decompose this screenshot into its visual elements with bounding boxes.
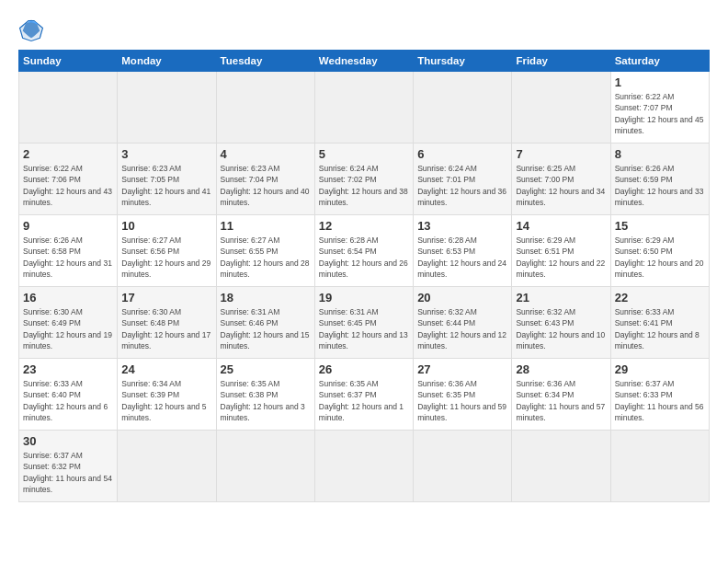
calendar-cell [118,431,216,502]
calendar-cell: 30Sunrise: 6:37 AMSunset: 6:32 PMDayligh… [19,431,118,502]
day-info: Sunrise: 6:28 AMSunset: 6:54 PMDaylight:… [319,235,409,280]
day-number: 19 [319,291,409,304]
calendar-cell: 29Sunrise: 6:37 AMSunset: 6:33 PMDayligh… [610,359,709,431]
weekday-header-row: SundayMondayTuesdayWednesdayThursdayFrid… [19,51,710,72]
calendar-cell [314,431,413,502]
calendar-cell: 20Sunrise: 6:32 AMSunset: 6:44 PMDayligh… [414,287,512,359]
calendar-cell: 11Sunrise: 6:27 AMSunset: 6:55 PMDayligh… [216,215,314,287]
calendar-cell: 3Sunrise: 6:23 AMSunset: 7:05 PMDaylight… [118,144,216,215]
day-info: Sunrise: 6:30 AMSunset: 6:49 PMDaylight:… [23,306,113,351]
calendar-cell: 19Sunrise: 6:31 AMSunset: 6:45 PMDayligh… [314,287,413,359]
day-info: Sunrise: 6:37 AMSunset: 6:32 PMDaylight:… [23,450,113,495]
day-number: 10 [121,219,211,233]
day-number: 15 [615,219,705,233]
day-number: 22 [615,291,705,304]
day-number: 14 [516,219,606,233]
day-number: 12 [319,219,409,233]
calendar-cell: 6Sunrise: 6:24 AMSunset: 7:01 PMDaylight… [414,144,512,215]
day-info: Sunrise: 6:29 AMSunset: 6:51 PMDaylight:… [516,235,606,280]
day-number: 17 [121,291,211,304]
day-number: 24 [121,362,211,376]
day-number: 5 [319,147,409,161]
day-number: 29 [615,362,705,376]
day-info: Sunrise: 6:32 AMSunset: 6:44 PMDaylight:… [417,306,507,351]
calendar-cell [610,431,709,502]
calendar-cell: 23Sunrise: 6:33 AMSunset: 6:40 PMDayligh… [19,359,118,431]
calendar-cell: 2Sunrise: 6:22 AMSunset: 7:06 PMDaylight… [19,144,118,215]
day-info: Sunrise: 6:31 AMSunset: 6:45 PMDaylight:… [319,306,409,351]
calendar-table: SundayMondayTuesdayWednesdayThursdayFrid… [18,50,710,502]
day-info: Sunrise: 6:33 AMSunset: 6:40 PMDaylight:… [23,378,113,423]
calendar-cell [414,431,512,502]
day-info: Sunrise: 6:27 AMSunset: 6:56 PMDaylight:… [121,235,211,280]
day-info: Sunrise: 6:26 AMSunset: 6:59 PMDaylight:… [615,163,705,208]
calendar-cell: 18Sunrise: 6:31 AMSunset: 6:46 PMDayligh… [216,287,314,359]
calendar-week-row: 16Sunrise: 6:30 AMSunset: 6:49 PMDayligh… [19,287,710,359]
day-info: Sunrise: 6:24 AMSunset: 7:02 PMDaylight:… [319,163,409,208]
calendar-cell [414,72,512,144]
weekday-header-thursday: Thursday [414,51,512,72]
calendar-cell [512,72,610,144]
day-number: 25 [221,362,311,376]
calendar-cell: 22Sunrise: 6:33 AMSunset: 6:41 PMDayligh… [610,287,709,359]
calendar-cell: 5Sunrise: 6:24 AMSunset: 7:02 PMDaylight… [314,144,413,215]
calendar-week-row: 1Sunrise: 6:22 AMSunset: 7:07 PMDaylight… [19,72,710,144]
weekday-header-wednesday: Wednesday [314,51,413,72]
day-number: 8 [615,147,705,161]
calendar-cell [19,72,118,144]
day-info: Sunrise: 6:26 AMSunset: 6:58 PMDaylight:… [23,235,113,280]
day-number: 13 [417,219,507,233]
day-info: Sunrise: 6:35 AMSunset: 6:38 PMDaylight:… [221,378,311,423]
calendar-cell [512,431,610,502]
day-number: 21 [516,291,606,304]
calendar-cell [314,72,413,144]
calendar-week-row: 9Sunrise: 6:26 AMSunset: 6:58 PMDaylight… [19,215,710,287]
calendar-cell [118,72,216,144]
day-number: 27 [417,362,507,376]
day-number: 11 [221,219,311,233]
day-info: Sunrise: 6:27 AMSunset: 6:55 PMDaylight:… [221,235,311,280]
weekday-header-sunday: Sunday [19,51,118,72]
day-number: 2 [23,147,113,161]
day-number: 18 [221,291,311,304]
day-number: 28 [516,362,606,376]
calendar-cell: 21Sunrise: 6:32 AMSunset: 6:43 PMDayligh… [512,287,610,359]
calendar-cell: 27Sunrise: 6:36 AMSunset: 6:35 PMDayligh… [414,359,512,431]
calendar-cell: 15Sunrise: 6:29 AMSunset: 6:50 PMDayligh… [610,215,709,287]
day-info: Sunrise: 6:25 AMSunset: 7:00 PMDaylight:… [516,163,606,208]
logo [18,17,48,42]
calendar-cell [216,72,314,144]
calendar-header: SundayMondayTuesdayWednesdayThursdayFrid… [19,51,710,72]
page: SundayMondayTuesdayWednesdayThursdayFrid… [0,0,728,563]
day-info: Sunrise: 6:23 AMSunset: 7:05 PMDaylight:… [121,163,211,208]
day-info: Sunrise: 6:36 AMSunset: 6:34 PMDaylight:… [516,378,606,423]
day-info: Sunrise: 6:22 AMSunset: 7:07 PMDaylight:… [615,91,705,136]
day-number: 6 [417,147,507,161]
calendar-cell [216,431,314,502]
calendar-cell: 28Sunrise: 6:36 AMSunset: 6:34 PMDayligh… [512,359,610,431]
calendar-cell: 24Sunrise: 6:34 AMSunset: 6:39 PMDayligh… [118,359,216,431]
day-info: Sunrise: 6:23 AMSunset: 7:04 PMDaylight:… [221,163,311,208]
calendar-week-row: 30Sunrise: 6:37 AMSunset: 6:32 PMDayligh… [19,431,710,502]
day-number: 20 [417,291,507,304]
day-number: 4 [221,147,311,161]
day-info: Sunrise: 6:31 AMSunset: 6:46 PMDaylight:… [221,306,311,351]
weekday-header-monday: Monday [118,51,216,72]
weekday-header-friday: Friday [512,51,610,72]
logo-icon [18,17,44,42]
day-number: 16 [23,291,113,304]
day-info: Sunrise: 6:33 AMSunset: 6:41 PMDaylight:… [615,306,705,351]
calendar-cell: 26Sunrise: 6:35 AMSunset: 6:37 PMDayligh… [314,359,413,431]
calendar-week-row: 23Sunrise: 6:33 AMSunset: 6:40 PMDayligh… [19,359,710,431]
day-info: Sunrise: 6:28 AMSunset: 6:53 PMDaylight:… [417,235,507,280]
day-number: 26 [319,362,409,376]
calendar-cell: 1Sunrise: 6:22 AMSunset: 7:07 PMDaylight… [610,72,709,144]
calendar-cell: 14Sunrise: 6:29 AMSunset: 6:51 PMDayligh… [512,215,610,287]
calendar-cell: 13Sunrise: 6:28 AMSunset: 6:53 PMDayligh… [414,215,512,287]
calendar-cell: 10Sunrise: 6:27 AMSunset: 6:56 PMDayligh… [118,215,216,287]
header [18,17,710,42]
day-number: 7 [516,147,606,161]
calendar-body: 1Sunrise: 6:22 AMSunset: 7:07 PMDaylight… [19,72,710,502]
calendar-cell: 25Sunrise: 6:35 AMSunset: 6:38 PMDayligh… [216,359,314,431]
calendar-week-row: 2Sunrise: 6:22 AMSunset: 7:06 PMDaylight… [19,144,710,215]
